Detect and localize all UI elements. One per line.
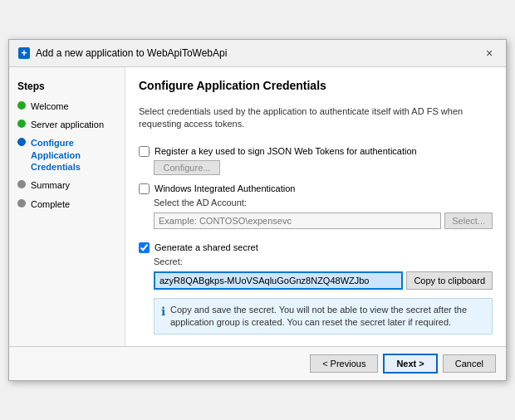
ad-account-label: Select the AD Account: xyxy=(154,198,493,208)
step-item-credentials: Configure Application Credentials xyxy=(17,137,116,173)
previous-button[interactable]: < Previous xyxy=(310,354,378,373)
description-text: Select credentials used by the applicati… xyxy=(139,105,493,131)
generate-secret-section: Generate a shared secret Secret: Copy to… xyxy=(139,242,493,335)
windows-auth-row: Windows Integrated Authentication xyxy=(139,183,493,194)
step-dot-complete xyxy=(17,199,26,208)
main-dialog: + Add a new application to WebApiToWebAp… xyxy=(8,39,507,382)
windows-auth-section: Windows Integrated Authentication Select… xyxy=(139,183,493,229)
main-content: Configure Application Credentials Select… xyxy=(125,67,506,347)
step-label-welcome: Welcome xyxy=(31,100,69,112)
register-key-label: Register a key used to sign JSON Web Tok… xyxy=(154,146,417,156)
footer: < Previous Next > Cancel xyxy=(9,346,506,380)
next-button[interactable]: Next > xyxy=(383,354,437,374)
info-text: Copy and save the secret. You will not b… xyxy=(170,304,485,330)
info-icon: ℹ xyxy=(161,305,165,318)
page-title: Configure Application Credentials xyxy=(139,79,493,92)
secret-input[interactable] xyxy=(154,271,403,290)
close-button[interactable]: × xyxy=(481,45,498,61)
register-key-section: Register a key used to sign JSON Web Tok… xyxy=(139,146,493,175)
generate-secret-row: Generate a shared secret xyxy=(139,242,493,253)
windows-auth-label: Windows Integrated Authentication xyxy=(154,183,295,193)
register-key-row: Register a key used to sign JSON Web Tok… xyxy=(139,146,493,157)
step-label-summary: Summary xyxy=(31,179,70,191)
step-dot-welcome xyxy=(17,101,26,110)
dialog-body: Steps Welcome Server application Configu… xyxy=(9,67,506,347)
step-label-credentials: Configure Application Credentials xyxy=(31,137,116,173)
configure-button[interactable]: Configure... xyxy=(154,160,220,175)
step-item-server: Server application xyxy=(17,119,116,130)
step-item-complete: Complete xyxy=(17,198,116,210)
steps-title: Steps xyxy=(17,81,116,92)
step-item-welcome: Welcome xyxy=(17,100,116,112)
step-label-server: Server application xyxy=(31,119,104,130)
step-dot-summary xyxy=(17,180,26,188)
secret-input-row: Copy to clipboard xyxy=(154,271,493,290)
step-dot-server xyxy=(17,120,26,128)
step-item-summary: Summary xyxy=(17,179,116,191)
select-button[interactable]: Select... xyxy=(444,212,493,229)
register-key-checkbox[interactable] xyxy=(139,146,150,157)
step-dot-credentials xyxy=(17,138,26,146)
ad-account-row: Select... xyxy=(154,212,493,229)
steps-panel: Steps Welcome Server application Configu… xyxy=(9,67,125,347)
title-bar-left: + Add a new application to WebApiToWebAp… xyxy=(17,46,227,60)
title-bar: + Add a new application to WebApiToWebAp… xyxy=(9,40,506,67)
windows-auth-checkbox[interactable] xyxy=(139,183,150,194)
generate-secret-label: Generate a shared secret xyxy=(154,242,258,252)
copy-to-clipboard-button[interactable]: Copy to clipboard xyxy=(406,271,493,290)
generate-secret-checkbox[interactable] xyxy=(139,242,150,253)
svg-text:+: + xyxy=(21,47,27,59)
info-box: ℹ Copy and save the secret. You will not… xyxy=(154,298,493,335)
ad-account-input[interactable] xyxy=(154,212,441,229)
cancel-button[interactable]: Cancel xyxy=(443,354,496,373)
dialog-title: Add a new application to WebApiToWebApi xyxy=(36,47,227,59)
step-label-complete: Complete xyxy=(31,198,70,210)
app-icon: + xyxy=(17,46,31,60)
secret-label: Secret: xyxy=(154,256,493,266)
